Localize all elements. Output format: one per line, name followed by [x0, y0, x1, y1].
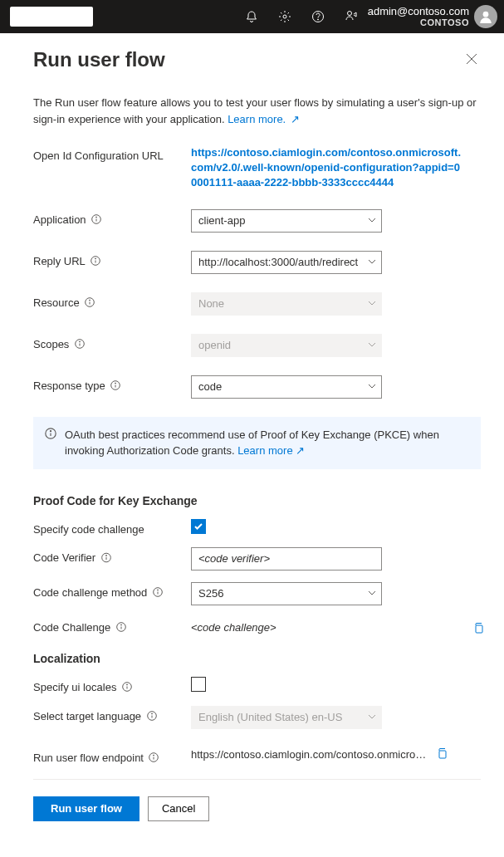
svg-point-16 [50, 430, 51, 431]
svg-point-3 [347, 12, 351, 16]
svg-point-22 [120, 624, 121, 625]
svg-point-14 [115, 383, 116, 384]
gear-icon[interactable] [268, 0, 301, 33]
chevron-down-icon [368, 339, 376, 351]
chevron-down-icon [368, 214, 376, 227]
svg-point-8 [95, 258, 96, 259]
specify-code-challenge-checkbox[interactable] [191, 519, 206, 534]
svg-point-6 [96, 217, 97, 218]
chevron-down-icon [368, 587, 376, 600]
application-select[interactable]: client-app [191, 209, 382, 233]
external-link-icon: ↗ [287, 113, 300, 125]
info-icon[interactable] [91, 214, 102, 225]
specify-ui-locales-checkbox[interactable] [191, 677, 206, 692]
resource-label: Resource [33, 296, 80, 309]
notifications-icon[interactable] [235, 0, 268, 33]
help-icon[interactable] [301, 0, 335, 33]
run-user-flow-button[interactable]: Run user flow [33, 796, 139, 821]
code-verifier-label: Code Verifier [33, 551, 95, 564]
openid-config-label: Open Id Configuration URL [33, 145, 191, 162]
svg-rect-23 [476, 625, 482, 633]
feedback-icon[interactable] [335, 0, 368, 33]
application-label: Application [33, 213, 86, 226]
info-icon[interactable] [121, 682, 132, 693]
svg-point-25 [126, 684, 127, 685]
svg-point-0 [283, 15, 286, 18]
close-icon[interactable] [462, 50, 481, 71]
code-challenge-label: Code Challenge [33, 621, 110, 634]
scopes-label: Scopes [33, 338, 69, 350]
code-verifier-input[interactable]: <code verifier> [191, 547, 382, 571]
info-icon[interactable] [115, 622, 126, 633]
openid-config-link[interactable]: https://contoso.ciamlogin.com/contoso.on… [191, 145, 465, 191]
info-icon[interactable] [74, 339, 85, 350]
pkce-learn-more-link[interactable]: Learn more ↗ [237, 444, 305, 457]
learn-more-link[interactable]: Learn more. ↗ [228, 113, 300, 125]
tenant-name: CONTOSO [420, 17, 469, 27]
code-challenge-value: <code challenge> [191, 617, 481, 634]
specify-code-challenge-label: Specify code challenge [33, 519, 191, 536]
pkce-info-banner: OAuth best practices recommend use of Pr… [33, 417, 481, 469]
response-type-select[interactable]: code [191, 375, 382, 399]
code-challenge-method-label: Code challenge method [33, 586, 147, 599]
intro-text: The Run user flow feature allows you to … [33, 95, 481, 127]
info-icon [45, 428, 56, 459]
pkce-section-title: Proof Code for Key Exchange [33, 494, 481, 507]
svg-point-4 [483, 12, 489, 17]
target-language-select: English (United States) en-US [191, 706, 382, 729]
info-icon[interactable] [85, 297, 95, 308]
response-type-label: Response type [33, 380, 105, 392]
chevron-down-icon [368, 380, 376, 393]
code-challenge-method-select[interactable]: S256 [191, 582, 382, 605]
chevron-down-icon [368, 297, 376, 310]
svg-point-10 [90, 300, 91, 301]
localization-section-title: Localization [33, 652, 481, 665]
svg-point-20 [157, 590, 158, 590]
select-target-language-label: Select target language [33, 710, 141, 722]
svg-point-18 [105, 555, 106, 556]
user-email: admin@contoso.com [368, 6, 469, 17]
search-input[interactable] [10, 7, 93, 27]
divider [33, 779, 481, 780]
resource-select: None [191, 292, 382, 316]
copy-icon[interactable] [469, 619, 487, 639]
info-icon[interactable] [91, 256, 101, 267]
specify-ui-locales-label: Specify ui locales [33, 681, 116, 693]
endpoint-value: https://contoso.ciamlogin.com/contoso.on… [191, 748, 428, 761]
avatar[interactable] [474, 5, 497, 28]
endpoint-label: Run user flow endpoint [33, 752, 144, 764]
copy-icon[interactable] [436, 747, 448, 762]
info-icon[interactable] [100, 552, 111, 563]
svg-point-29 [154, 755, 154, 756]
svg-point-12 [79, 341, 80, 342]
info-icon[interactable] [152, 587, 163, 598]
reply-url-select[interactable]: http://localhost:3000/auth/redirect [191, 251, 382, 274]
panel-title: Run user flow [33, 48, 165, 71]
chevron-down-icon [368, 711, 376, 723]
cancel-button[interactable]: Cancel [148, 796, 209, 821]
svg-point-27 [151, 713, 152, 714]
top-bar: admin@contoso.com CONTOSO [0, 0, 504, 33]
info-icon[interactable] [146, 711, 157, 722]
reply-url-label: Reply URL [33, 255, 86, 267]
info-icon[interactable] [149, 752, 159, 763]
scopes-select: openid [191, 334, 382, 357]
chevron-down-icon [368, 256, 376, 268]
account-info[interactable]: admin@contoso.com CONTOSO [368, 6, 469, 27]
info-icon[interactable] [110, 380, 121, 391]
svg-rect-30 [439, 751, 446, 758]
svg-point-2 [317, 19, 318, 20]
external-link-icon: ↗ [296, 444, 305, 457]
